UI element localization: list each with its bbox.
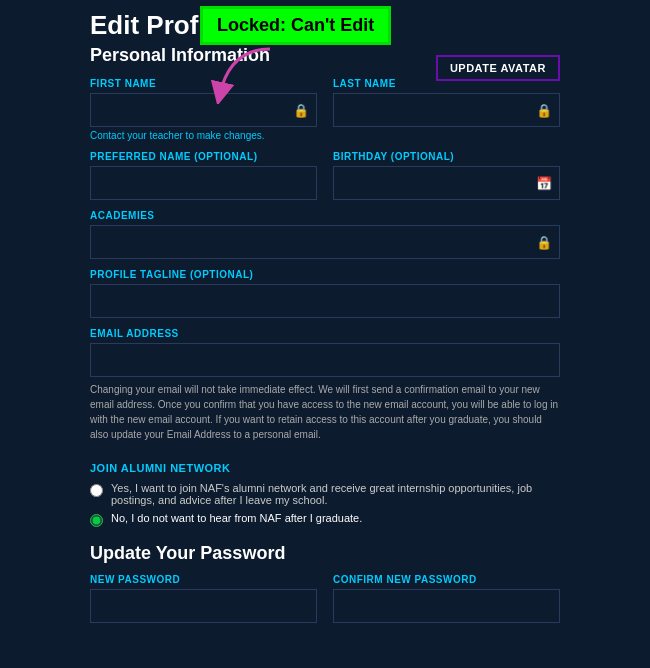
last-name-group: LAST NAME 🔒: [333, 78, 560, 141]
preferred-name-input[interactable]: [90, 166, 317, 200]
new-password-group: NEW PASSWORD: [90, 574, 317, 623]
new-password-label: NEW PASSWORD: [90, 574, 317, 585]
email-label: EMAIL ADDRESS: [90, 328, 560, 339]
arrow-indicator: [210, 44, 290, 108]
profile-tagline-input[interactable]: [90, 284, 560, 318]
alumni-no-radio[interactable]: [90, 514, 103, 527]
alumni-radio-group: Yes, I want to join NAF's alumni network…: [90, 482, 560, 527]
alumni-option1-item[interactable]: Yes, I want to join NAF's alumni network…: [90, 482, 560, 506]
birthday-group: BIRTHDAY (OPTIONAL) 📅: [333, 151, 560, 200]
email-note: Changing your email will not take immedi…: [90, 382, 560, 442]
preferred-name-group: PREFERRED NAME (OPTIONAL): [90, 151, 317, 200]
alumni-network-group: JOIN ALUMNI NETWORK Yes, I want to join …: [90, 452, 560, 527]
alumni-network-label: JOIN ALUMNI NETWORK: [90, 462, 560, 474]
alumni-yes-radio[interactable]: [90, 484, 103, 497]
password-section-title: Update Your Password: [90, 543, 560, 564]
last-name-input[interactable]: [333, 93, 560, 127]
email-group: EMAIL ADDRESS Changing your email will n…: [90, 328, 560, 442]
confirm-password-label: CONFIRM NEW PASSWORD: [333, 574, 560, 585]
profile-tagline-group: PROFILE TAGLINE (OPTIONAL): [90, 269, 560, 318]
preferred-name-label: PREFERRED NAME (OPTIONAL): [90, 151, 317, 162]
confirm-password-group: CONFIRM NEW PASSWORD: [333, 574, 560, 623]
locked-tooltip: Locked: Can't Edit: [200, 6, 391, 45]
academies-group: ACADEMIES 🔒: [90, 210, 560, 259]
academies-input[interactable]: [90, 225, 560, 259]
academies-label: ACADEMIES: [90, 210, 560, 221]
alumni-option2-item[interactable]: No, I do not want to hear from NAF after…: [90, 512, 560, 527]
birthday-label: BIRTHDAY (OPTIONAL): [333, 151, 560, 162]
new-password-input[interactable]: [90, 589, 317, 623]
alumni-option2-text: No, I do not want to hear from NAF after…: [111, 512, 362, 524]
confirm-password-input[interactable]: [333, 589, 560, 623]
profile-tagline-label: PROFILE TAGLINE (OPTIONAL): [90, 269, 560, 280]
alumni-option1-text: Yes, I want to join NAF's alumni network…: [111, 482, 560, 506]
birthday-input[interactable]: [333, 166, 560, 200]
first-name-helper: Contact your teacher to make changes.: [90, 130, 317, 141]
update-avatar-button[interactable]: UPDATE AVATAR: [436, 55, 560, 81]
email-input[interactable]: [90, 343, 560, 377]
